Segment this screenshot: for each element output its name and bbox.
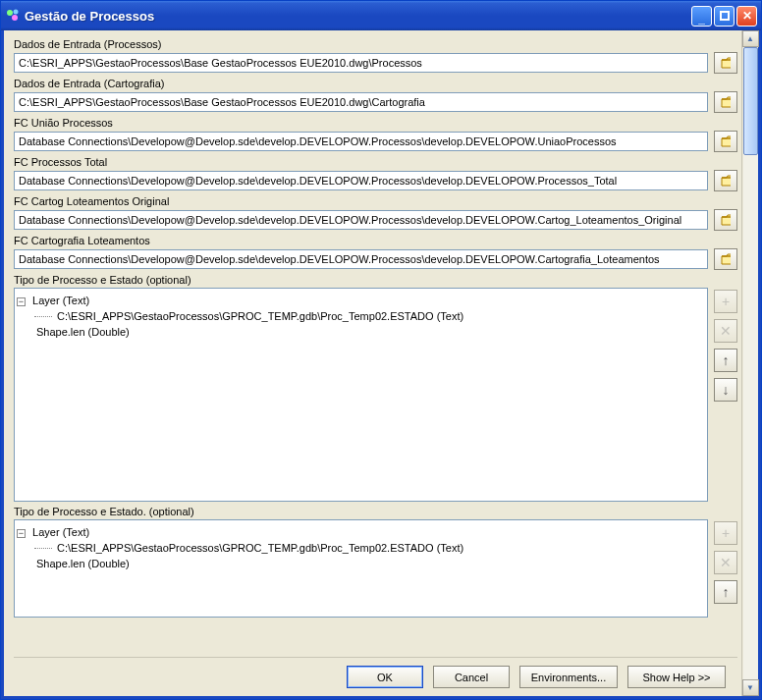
tree1-child[interactable]: C:\ESRI_APPS\GestaoProcessos\GPROC_TEMP.… [57,310,463,322]
tree2-root[interactable]: Layer (Text) [32,526,89,538]
input-fc-uniao[interactable] [14,132,708,151]
minimize-button[interactable]: _ [691,6,712,27]
browse-fc-uniao[interactable] [714,131,737,152]
tree2-up-button[interactable]: ↑ [714,580,737,604]
tree2-remove-button[interactable]: ✕ [714,551,737,574]
folder-open-icon [721,56,731,70]
label-dados-cartografia: Dados de Entrada (Cartografia) [14,78,737,89]
folder-open-icon [721,135,731,148]
close-button[interactable]: ✕ [736,6,757,27]
arrow-up-icon: ↑ [723,352,730,368]
scroll-track[interactable] [743,47,758,679]
label-tree1: Tipo de Processo e Estado (optional) [14,274,737,286]
browse-fc-total[interactable] [714,170,737,191]
tree1-sibling[interactable]: Shape.len (Double) [36,326,130,338]
svg-point-0 [7,10,13,16]
tree2-toggle-root[interactable]: − [17,529,26,538]
form-area: Dados de Entrada (Processos) Dados de En… [4,30,741,696]
svg-rect-3 [721,12,729,20]
tree1-up-button[interactable]: ↑ [714,349,737,372]
tree2-add-button[interactable]: + [714,521,737,545]
ok-button[interactable]: OK [347,666,423,688]
tree2-sibling[interactable]: Shape.len (Double) [36,558,130,569]
input-fc-cartografia-lot[interactable] [14,249,708,269]
x-icon: ✕ [720,323,732,339]
bottom-bar: OK Cancel Environments... Show Help >> [14,657,737,696]
svg-point-1 [12,15,18,21]
show-help-button[interactable]: Show Help >> [627,666,726,688]
label-fc-cartografia-lot: FC Cartografia Loteamentos [14,235,737,246]
browse-fc-cartografia-lot[interactable] [714,248,737,270]
scroll-thumb[interactable] [743,47,758,155]
input-fc-total[interactable] [14,171,708,190]
titlebar[interactable]: Gestão de Processos _ ✕ [1,1,761,30]
app-icon [5,8,21,24]
tree1-down-button[interactable]: ↓ [714,378,737,402]
browse-dados-processos[interactable] [714,52,737,74]
scroll-up-button[interactable]: ▲ [742,30,759,47]
x-icon: ✕ [720,555,732,570]
folder-open-icon [721,213,731,227]
tree1-remove-button[interactable]: ✕ [714,319,737,343]
maximize-button[interactable] [714,6,735,27]
folder-open-icon [721,95,731,109]
triangle-down-icon: ▼ [746,683,754,692]
svg-point-2 [14,10,19,15]
browse-fc-cartog-orig[interactable] [714,209,737,231]
tree-connector-icon [34,548,52,549]
input-dados-cartografia[interactable] [14,92,708,112]
cancel-button[interactable]: Cancel [433,666,510,688]
tree1-add-button[interactable]: + [714,290,737,313]
label-tree2: Tipo de Processo e Estado. (optional) [14,506,737,517]
plus-icon: + [722,294,730,309]
input-dados-processos[interactable] [14,53,708,73]
label-fc-uniao: FC União Processos [14,117,737,129]
tree1-root[interactable]: Layer (Text) [32,295,89,306]
tree2-child[interactable]: C:\ESRI_APPS\GestaoProcessos\GPROC_TEMP.… [57,542,463,554]
label-fc-total: FC Processos Total [14,156,737,168]
triangle-up-icon: ▲ [746,34,754,43]
label-fc-cartog-orig: FC Cartog Loteamentos Original [14,195,737,207]
folder-open-icon [721,252,731,266]
arrow-up-icon: ↑ [723,584,730,600]
tree2-box[interactable]: − Layer (Text) C:\ESRI_APPS\GestaoProces… [14,519,708,618]
input-fc-cartog-orig[interactable] [14,210,708,230]
tree1-toggle-root[interactable]: − [17,297,26,306]
plus-icon: + [722,525,730,541]
label-dados-processos: Dados de Entrada (Processos) [14,38,737,50]
folder-open-icon [721,174,731,188]
scroll-down-button[interactable]: ▼ [742,679,759,696]
browse-dados-cartografia[interactable] [714,91,737,113]
environments-button[interactable]: Environments... [519,666,618,688]
tree1-box[interactable]: − Layer (Text) C:\ESRI_APPS\GestaoProces… [14,288,708,502]
window-title: Gestão de Processos [25,9,691,24]
arrow-down-icon: ↓ [723,382,730,398]
tree-connector-icon [34,316,52,317]
outer-scrollbar[interactable]: ▲ ▼ [741,30,758,696]
